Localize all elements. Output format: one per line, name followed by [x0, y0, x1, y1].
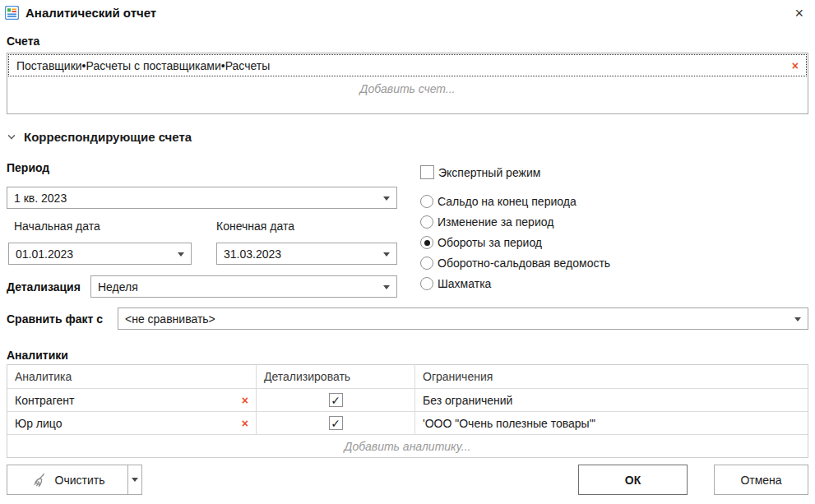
- expert-mode-label: Экспертный режим: [438, 166, 540, 179]
- add-analytic-placeholder: Добавить аналитику...: [345, 440, 471, 453]
- report-type-option[interactable]: Сальдо на конец периода: [420, 195, 577, 208]
- accounts-list: Поставщики•Расчеты с поставщиками•Расчет…: [7, 53, 808, 114]
- accounts-label: Счета: [7, 35, 39, 48]
- column-header-detail: Детализировать: [257, 365, 415, 388]
- analytic-name: Юр лицо: [15, 417, 62, 430]
- dropdown-arrow-icon: [132, 478, 138, 482]
- dialog-title: Аналитический отчет: [25, 6, 156, 20]
- start-date-label: Начальная дата: [14, 220, 100, 233]
- period-label: Период: [7, 161, 49, 174]
- detail-checkbox[interactable]: [329, 393, 343, 407]
- report-type-radio[interactable]: [420, 257, 433, 270]
- table-row[interactable]: Контрагент × Без ограничений: [7, 389, 808, 412]
- dropdown-arrow-icon: [383, 252, 390, 257]
- add-account-placeholder[interactable]: Добавить счет...: [7, 82, 808, 95]
- report-type-option[interactable]: Шахматка: [420, 277, 491, 290]
- compare-label: Сравнить факт с: [7, 312, 103, 326]
- report-type-radio[interactable]: [420, 236, 433, 249]
- dropdown-arrow-icon: [383, 197, 390, 201]
- close-icon[interactable]: ×: [794, 5, 803, 21]
- corresponding-accounts-label: Корреспондирующие счета: [24, 130, 192, 144]
- report-type-label: Сальдо на конец периода: [438, 195, 577, 208]
- remove-account-icon[interactable]: ×: [792, 60, 799, 72]
- expert-mode-checkbox[interactable]: [420, 165, 434, 179]
- account-item[interactable]: Поставщики•Расчеты с поставщиками•Расчет…: [8, 54, 807, 76]
- start-date-select[interactable]: 01.01.2023: [8, 243, 192, 265]
- ok-button[interactable]: ОК: [578, 465, 688, 495]
- compare-select[interactable]: <не сравнивать>: [118, 307, 808, 330]
- end-date-value: 31.03.2023: [224, 247, 281, 261]
- report-type-label: Оборотно-сальдовая ведомость: [438, 257, 610, 270]
- clear-split-button: Очистить: [7, 465, 142, 495]
- column-header-analytic: Аналитика: [7, 365, 257, 388]
- report-type-label: Обороты за период: [438, 236, 542, 249]
- period-value: 1 кв. 2023: [14, 192, 67, 205]
- account-item-text: Поставщики•Расчеты с поставщиками•Расчет…: [16, 59, 270, 72]
- analytics-table: Аналитика Детализировать Ограничения Кон…: [7, 364, 808, 458]
- report-type-label: Изменение за период: [438, 215, 553, 229]
- detailing-select[interactable]: Неделя: [90, 275, 397, 298]
- dropdown-arrow-icon: [794, 317, 801, 321]
- report-type-option[interactable]: Оборотно-сальдовая ведомость: [420, 257, 610, 270]
- report-icon: [5, 6, 19, 20]
- end-date-label: Конечная дата: [216, 220, 294, 233]
- cancel-button[interactable]: Отмена: [714, 465, 808, 495]
- end-date-select[interactable]: 31.03.2023: [216, 243, 397, 265]
- analytic-name: Контрагент: [15, 394, 74, 407]
- table-row[interactable]: Юр лицо × 'ООО "Очень полезные товары"': [7, 412, 808, 435]
- detailing-value: Неделя: [98, 280, 138, 294]
- detail-checkbox[interactable]: [329, 416, 343, 430]
- analytic-restriction[interactable]: 'ООО "Очень полезные товары"': [415, 417, 808, 430]
- dropdown-arrow-icon: [383, 285, 390, 289]
- table-header-row: Аналитика Детализировать Ограничения: [7, 365, 808, 389]
- clear-options-arrow[interactable]: [127, 465, 141, 494]
- start-date-value: 01.01.2023: [16, 247, 73, 261]
- compare-value: <не сравнивать>: [125, 312, 215, 326]
- broom-icon: [30, 472, 49, 488]
- report-type-option[interactable]: Изменение за период: [420, 215, 553, 229]
- remove-analytic-icon[interactable]: ×: [242, 395, 248, 406]
- chevron-down-icon: [7, 132, 15, 139]
- clear-button-label: Очистить: [55, 474, 105, 487]
- period-select[interactable]: 1 кв. 2023: [7, 187, 397, 209]
- report-type-label: Шахматка: [438, 277, 491, 290]
- column-header-restrictions: Ограничения: [415, 370, 808, 383]
- dropdown-arrow-icon: [178, 252, 184, 257]
- corresponding-accounts-toggle[interactable]: Корреспондирующие счета: [8, 130, 192, 144]
- report-type-option[interactable]: Обороты за период: [420, 236, 542, 249]
- analytical-report-dialog: Аналитический отчет × Счета Поставщики•Р…: [0, 0, 815, 504]
- report-type-radio[interactable]: [420, 277, 433, 290]
- remove-analytic-icon[interactable]: ×: [242, 418, 248, 429]
- detailing-label: Детализация: [7, 280, 81, 294]
- report-type-radio[interactable]: [420, 195, 433, 208]
- titlebar: Аналитический отчет: [5, 6, 156, 20]
- analytic-restriction[interactable]: Без ограничений: [415, 394, 808, 407]
- analytics-label: Аналитики: [7, 349, 68, 362]
- clear-button[interactable]: Очистить: [7, 465, 127, 494]
- add-analytic-row[interactable]: Добавить аналитику...: [7, 435, 808, 457]
- report-type-radio[interactable]: [420, 215, 433, 229]
- expert-mode-option[interactable]: Экспертный режим: [420, 165, 540, 179]
